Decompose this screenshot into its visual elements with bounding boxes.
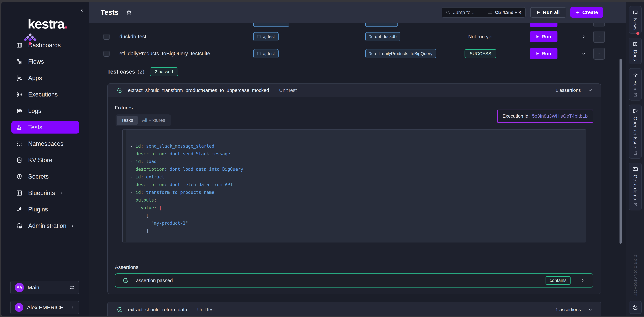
assertion-row[interactable]: assertion passed contains <box>115 274 593 288</box>
get-demo-button[interactable]: Get a demo <box>629 163 642 211</box>
code-line: - id: send_slack_message_started <box>130 142 584 150</box>
tab-tasks[interactable]: Tasks <box>117 116 138 125</box>
assertions-count: 1 assertions <box>556 307 581 312</box>
search-icon <box>446 10 450 15</box>
docs-button[interactable]: Docs <box>629 38 642 64</box>
chevron-down-icon[interactable] <box>580 51 587 56</box>
user-menu[interactable]: A Alex EMERICH <box>10 301 79 314</box>
flow-icon <box>369 35 373 39</box>
sidebar-item-label: Secrets <box>28 173 49 180</box>
check-circle-icon <box>123 278 128 283</box>
flow-badge[interactable]: etl_dailyProducts_toBigQuery <box>365 49 436 58</box>
content-area: duckdb-test aj-test dbt-duckdb Not run y… <box>90 23 626 315</box>
table-row[interactable]: etl_dailyProducts_toBigQuery_testsuite a… <box>100 45 606 62</box>
sidebar-item-executions[interactable]: Executions <box>10 86 80 103</box>
news-button[interactable]: News <box>629 6 642 34</box>
logo-diamond <box>28 33 32 37</box>
tenant-selector[interactable]: MA Main <box>10 281 79 294</box>
sidebar-item-label: Flows <box>28 58 44 65</box>
sidebar-item-secrets[interactable]: Secrets <box>10 168 80 185</box>
theme-toggle-button[interactable] <box>629 301 642 314</box>
test-name[interactable]: duckdb-test <box>120 34 146 40</box>
execution-id-link[interactable]: 5o3fn8u3WHisGeT4bItbLb <box>532 113 588 119</box>
run-button[interactable]: Run <box>530 48 558 59</box>
row-checkbox[interactable] <box>104 51 110 57</box>
sidebar-item-label: Plugins <box>28 206 48 213</box>
logs-icon <box>16 108 23 114</box>
row-menu-button[interactable] <box>593 31 605 43</box>
moon-icon <box>632 305 638 311</box>
flow-badge[interactable]: dbt-duckdb <box>365 32 400 41</box>
sidebar-item-label: Logs <box>28 107 41 114</box>
code-line: value: | <box>130 204 584 212</box>
run-all-button[interactable]: Run all <box>530 7 566 17</box>
open-issue-button[interactable]: Open an Issue <box>629 105 642 159</box>
chevron-down-icon[interactable] <box>588 307 593 312</box>
help-button[interactable]: Help <box>629 68 642 101</box>
namespaces-icon <box>16 140 23 147</box>
test-cases-heading: Test cases (2) 2 passed <box>107 67 178 76</box>
kestra-logo: kestra. <box>13 17 83 31</box>
clipped-badge <box>253 23 289 27</box>
execution-id-label: Execution Id: <box>502 113 530 119</box>
external-link-icon <box>633 93 638 97</box>
switch-tenant-icon[interactable] <box>69 285 75 290</box>
sidebar-item-blueprints[interactable]: Blueprints <box>10 185 80 201</box>
create-button[interactable]: Create <box>570 7 603 17</box>
kebab-icon <box>596 34 602 39</box>
plug-icon <box>16 206 23 213</box>
search-placeholder: Jump to... <box>453 10 474 15</box>
check-circle-icon <box>117 87 123 93</box>
sidebar-item-dashboards[interactable]: Dashboards <box>10 37 80 53</box>
favorite-star-icon[interactable] <box>126 9 132 15</box>
blueprints-icon <box>16 190 23 196</box>
sidebar-item-logs[interactable]: Logs <box>10 103 80 119</box>
table-row[interactable]: duckdb-test aj-test dbt-duckdb Not run y… <box>100 28 606 45</box>
sidebar-item-namespaces[interactable]: Namespaces <box>10 136 80 152</box>
sidebar-item-flows[interactable]: Flows <box>10 53 80 70</box>
sidebar-item-label: Tests <box>28 124 42 131</box>
row-menu-button[interactable] <box>593 47 605 60</box>
play-icon <box>536 52 539 55</box>
test-case-header[interactable]: extract_should_transform_productNames_to… <box>108 84 601 97</box>
run-button[interactable]: Run <box>530 31 558 42</box>
sidebar-item-kvstore[interactable]: KV Store <box>10 152 80 168</box>
namespace-badge[interactable]: aj-test <box>253 49 278 58</box>
chevron-down-icon[interactable] <box>588 88 593 93</box>
jump-to-search[interactable]: Jump to... Ctrl/Cmd + K <box>442 7 526 17</box>
notification-dot <box>636 32 639 35</box>
tab-all-fixtures[interactable]: All Fixtures <box>138 116 170 125</box>
sidebar-item-administration[interactable]: Administration <box>10 218 80 234</box>
github-icon <box>632 108 638 114</box>
news-bubble-icon <box>632 10 638 15</box>
test-case-title: extract_should_transform_productNames_to… <box>128 88 269 93</box>
vertical-scrollbar[interactable] <box>620 59 622 244</box>
play-icon <box>537 10 540 14</box>
sidebar-menu: Dashboards Flows Apps Executions <box>10 37 80 234</box>
success-badge: SUCCESS <box>464 49 496 58</box>
code-line: [ <box>130 212 584 219</box>
passed-badge: 2 passed <box>150 67 178 76</box>
fixtures-code-editor[interactable]: - id: send_slack_message_started descrip… <box>122 129 586 243</box>
topbar: Tests Jump to... Ctrl/Cmd + K Run all <box>90 2 626 23</box>
version-label: 0.23.0-SNAPSHOT <box>632 255 638 297</box>
sidebar-item-plugins[interactable]: Plugins <box>10 201 80 218</box>
code-line: description: dont load data into BigQuer… <box>130 165 584 173</box>
chevron-right-icon[interactable] <box>580 34 587 39</box>
flow-icon <box>369 52 373 56</box>
sidebar-item-tests[interactable]: Tests <box>10 119 80 136</box>
chevron-right-icon <box>70 305 75 310</box>
sidebar-item-apps[interactable]: Apps <box>10 70 80 86</box>
test-name[interactable]: etl_dailyProducts_toBigQuery_testsuite <box>120 51 210 57</box>
sidebar-item-label: Administration <box>28 222 66 229</box>
chevron-right-icon[interactable] <box>580 278 585 283</box>
sidebar-item-label: Namespaces <box>28 140 64 147</box>
namespace-badge[interactable]: aj-test <box>253 32 278 41</box>
test-case-header[interactable]: extract_should_return_data UnitTest 1 as… <box>108 302 601 316</box>
code-line: outputs: <box>130 196 584 204</box>
execution-id-box: Execution Id: 5o3fn8u3WHisGeT4bItbLb <box>497 110 593 123</box>
row-checkbox[interactable] <box>104 34 110 40</box>
test-cases-title: Test cases <box>107 68 135 75</box>
app-window: kestra. Dashboards Flows Apps <box>1 2 644 316</box>
sidebar-collapse-icon[interactable] <box>80 8 84 12</box>
